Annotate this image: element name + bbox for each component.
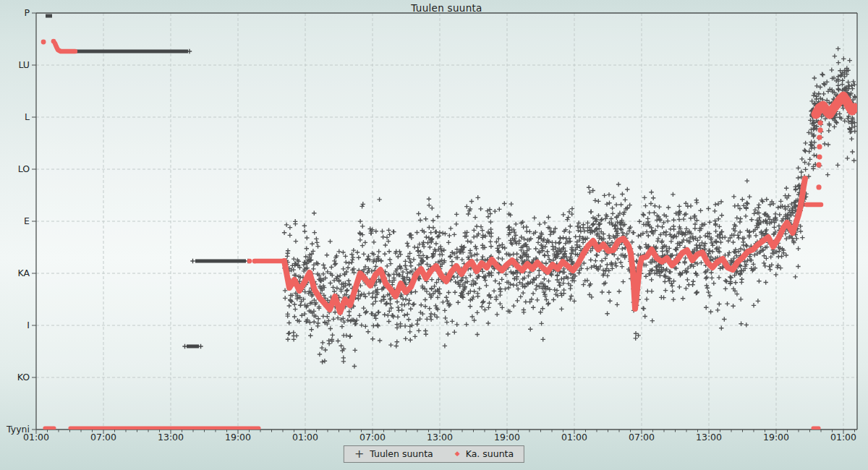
y-tick-label: P [24, 7, 30, 18]
legend-item-avg-direction: ◆ Ka. suunta [455, 448, 514, 459]
y-tick-label: L [25, 111, 30, 122]
diamond-marker-icon: ◆ [455, 450, 460, 457]
legend-label-avg-direction: Ka. suunta [466, 448, 514, 459]
x-tick-label: 01:00 [830, 432, 856, 443]
x-tick-label: 13:00 [427, 432, 453, 443]
y-tick-label: I [27, 320, 30, 330]
x-tick-label: 01:00 [561, 432, 587, 443]
y-tick-label: LU [19, 59, 30, 70]
wind-direction-chart: 01:0007:0013:0019:0001:0007:0013:0019:00… [0, 0, 868, 470]
x-tick-label: 13:00 [158, 432, 184, 443]
x-tick-label: 07:00 [90, 432, 116, 443]
chart-legend: + Tuulen suunta ◆ Ka. suunta [344, 445, 524, 463]
x-tick-label: 07:00 [359, 432, 386, 443]
x-tick-label: 07:00 [629, 432, 655, 443]
x-tick-label: 19:00 [494, 432, 520, 443]
y-tick-label: KA [17, 268, 30, 278]
y-tick-label: E [24, 215, 30, 226]
legend-label-wind-direction: Tuulen suunta [370, 448, 433, 459]
y-tick-label: KO [17, 372, 30, 383]
y-tick-label: LO [18, 163, 30, 174]
x-tick-label: 01:00 [292, 432, 318, 443]
x-tick-label: 19:00 [225, 432, 251, 443]
wind-direction-page: Tuulen suunta 01:0007:0013:0019:0001:000… [0, 0, 868, 470]
x-tick-label: 13:00 [696, 432, 722, 443]
legend-item-wind-direction: + Tuulen suunta [354, 448, 433, 459]
x-tick-label: 19:00 [763, 432, 789, 443]
y-tick-label: Tyyni [6, 424, 30, 435]
plus-marker-icon: + [354, 450, 364, 458]
